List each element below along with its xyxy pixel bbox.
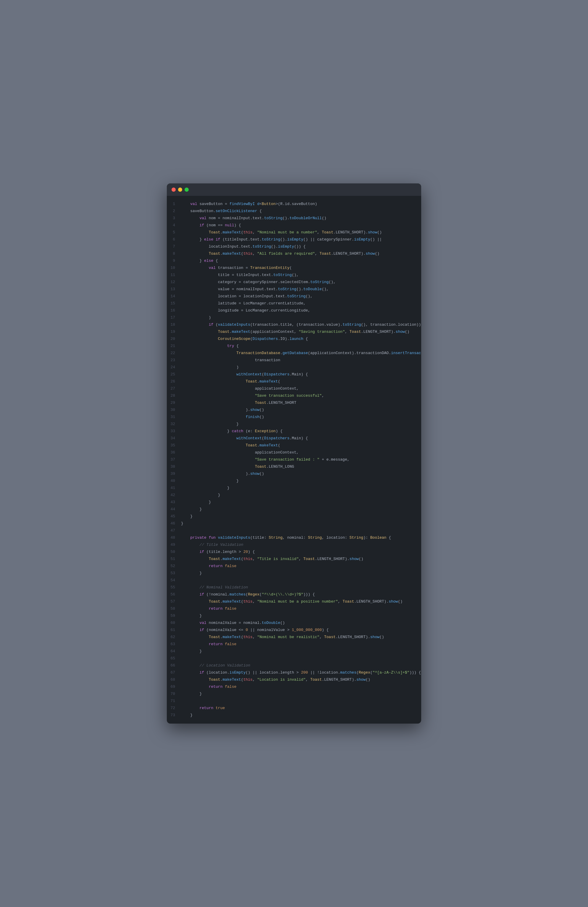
code-line: 18 if (validateInputs(transaction.title,… [167,321,421,329]
code-line: 52 return false [167,562,421,570]
code-line: 72 return true [167,705,421,712]
code-line: 24 ) [167,364,421,371]
code-line: 64 } [167,648,421,655]
code-line: 58 return false [167,605,421,612]
code-line: 16 longitude = LocManager.currentLongitu… [167,307,421,314]
code-line: 54 [167,577,421,584]
code-line: 10 val transaction = TransactionEntity( [167,264,421,272]
code-line: 69 return false [167,683,421,691]
code-line: 73 } [167,712,421,719]
code-line: 62 Toast.makeText(this, "Nominal must be… [167,634,421,641]
code-line: 50 if (title.length > 20) { [167,548,421,556]
code-line: 34 withContext(Dispatchers.Main) { [167,435,421,442]
code-editor-window: 1 val saveButton = findViewByI d<Button>… [167,183,421,724]
code-line: 36 applicationContext, [167,449,421,456]
code-line: 23 transaction [167,357,421,364]
code-line: 65 [167,655,421,662]
code-line: 60 val nominalValue = nominal.toDouble() [167,619,421,627]
code-line: 1 val saveButton = findViewByI d<Button>… [167,200,421,208]
code-line: 7 locationInput.text.toString().isEmpty(… [167,243,421,250]
code-line: 20 CoroutineScope(Dispatchers.IO).launch… [167,335,421,343]
code-line: 29 Toast.LENGTH_SHORT [167,399,421,407]
code-line: 21 try { [167,343,421,350]
code-line: 71 [167,697,421,705]
code-line: 12 category = categorySpinner.selectedIt… [167,279,421,286]
code-line: 32 } [167,421,421,428]
code-line: 43 } [167,499,421,506]
code-line: 27 applicationContext, [167,385,421,392]
code-line: 46 } [167,520,421,527]
code-line: 39 ).show() [167,470,421,478]
code-line: 15 latitude = LocManager.currentLatitude… [167,300,421,307]
close-button[interactable] [171,187,176,192]
code-line: 3 val nom = nominalInput.text.toString()… [167,215,421,222]
code-line: 13 value = nominalInput.text.toString().… [167,286,421,293]
code-line: 40 } [167,478,421,485]
code-area: 1 val saveButton = findViewByI d<Button>… [167,196,421,724]
code-line: 70 } [167,691,421,697]
code-line: 26 Toast.makeText( [167,378,421,385]
code-line: 67 if (location.isEmpty() || location.le… [167,669,421,676]
code-line: 49 // Title Validation [167,542,421,548]
code-line: 35 Toast.makeText( [167,442,421,449]
code-line: 63 return false [167,641,421,648]
code-line: 28 "Save transaction successful", [167,392,421,399]
code-line: 14 location = locationInput.text.toStrin… [167,293,421,300]
code-line: 9 } else { [167,257,421,264]
code-line: 45 } [167,513,421,520]
code-line: 51 Toast.makeText(this, "Title is invali… [167,556,421,562]
code-line: 42 } [167,492,421,499]
code-line: 2 saveButton.setOnClickListener { [167,208,421,215]
code-line: 41 } [167,485,421,492]
code-line: 4 if (nom == null) { [167,222,421,229]
code-line: 19 Toast.makeText(applicationContext, "S… [167,329,421,335]
minimize-button[interactable] [178,187,182,192]
code-line: 48 private fun validateInputs(title: Str… [167,534,421,542]
code-line: 66 // Location Validation [167,662,421,669]
title-bar [167,183,421,196]
code-line: 57 Toast.makeText(this, "Nominal must be… [167,598,421,605]
code-line: 38 Toast.LENGTH_LONG [167,463,421,470]
code-line: 11 title = titleInput.text.toString(), [167,272,421,279]
code-line: 8 Toast.makeText(this, "All fields are r… [167,250,421,257]
code-line: 33 } catch (e: Exception) { [167,428,421,435]
code-line: 44 } [167,506,421,513]
code-line: 17 ) [167,314,421,321]
code-line: 25 withContext(Dispatchers.Main) { [167,371,421,378]
code-line: 55 // Nominal Validation [167,584,421,591]
code-line: 22 TransactionDatabase.getDatabase(appli… [167,350,421,357]
code-line: 47 [167,527,421,534]
code-line: 6 } else if (titleInput.text.toString().… [167,236,421,243]
code-line: 30 ).show() [167,407,421,413]
code-line: 53 } [167,570,421,577]
code-line: 68 Toast.makeText(this, "Location is inv… [167,676,421,683]
code-line: 31 finish() [167,413,421,421]
code-line: 56 if (!nominal.matches(Regex("^\\d+(\\.… [167,591,421,598]
code-line: 61 if (nominalValue <= 0 || nominalValue… [167,627,421,634]
code-line: 59 } [167,612,421,619]
maximize-button[interactable] [184,187,189,192]
code-line: 37 "Save transaction failed : " + e.mess… [167,456,421,463]
code-line: 5 Toast.makeText(this, "Nominal must be … [167,229,421,236]
